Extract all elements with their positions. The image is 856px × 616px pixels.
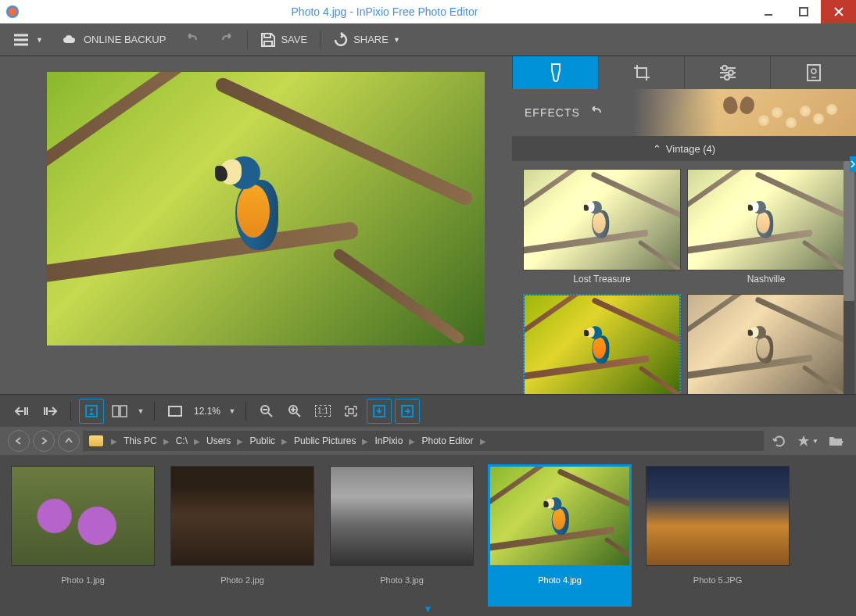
effect-lost-treasure[interactable]: Lost Treasure <box>523 169 681 288</box>
svg-rect-27 <box>349 409 353 414</box>
close-button[interactable] <box>821 0 856 23</box>
film-label: Photo 1.jpg <box>11 566 155 585</box>
tab-effects[interactable] <box>512 56 598 89</box>
online-backup-button[interactable]: ONLINE BACKUP <box>56 30 172 49</box>
redo-button[interactable] <box>213 30 241 49</box>
nav-up-button[interactable] <box>58 430 80 452</box>
filmstrip-item[interactable]: Photo 2.jpg <box>170 466 314 605</box>
effect-sepia[interactable]: Sepia <box>687 294 845 394</box>
film-label: Photo 2.jpg <box>170 566 314 585</box>
svg-rect-19 <box>169 406 181 416</box>
undo-button[interactable] <box>178 30 206 49</box>
svg-point-14 <box>811 69 816 73</box>
filmstrip: Photo 1.jpgPhoto 2.jpgPhoto 3.jpgPhoto 4… <box>0 455 856 616</box>
svg-line-21 <box>268 413 272 417</box>
svg-rect-1 <box>800 8 808 16</box>
effect-nashville[interactable]: Nashville <box>687 169 845 288</box>
zoom-out-button[interactable] <box>254 399 279 424</box>
open-folder-button[interactable] <box>823 428 848 453</box>
breadcrumb-path[interactable]: ▶ This PC▶C:\▶Users▶Public▶Public Pictur… <box>83 431 764 451</box>
breadcrumb-segment[interactable]: Photo Editor <box>418 435 476 446</box>
film-thumb <box>646 466 790 566</box>
breadcrumb-segment[interactable]: This PC <box>120 435 160 446</box>
breadcrumb-arrow: ▶ <box>162 437 171 446</box>
tab-adjust[interactable] <box>684 56 770 89</box>
save-label: SAVE <box>281 34 307 45</box>
filmstrip-item[interactable]: Photo 3.jpg <box>330 466 474 605</box>
refresh-button[interactable] <box>767 428 792 453</box>
film-label: Photo 4.jpg <box>489 566 630 585</box>
effect-past[interactable]: Past <box>523 294 681 394</box>
zoom-dropdown[interactable]: ▼ <box>227 399 238 424</box>
breadcrumb-arrow: ▶ <box>407 437 417 446</box>
view-compare-dropdown[interactable]: ▼ <box>135 399 146 424</box>
breadcrumb-arrow: ▶ <box>235 437 245 446</box>
nav-back-button[interactable] <box>8 430 30 452</box>
breadcrumb-segment[interactable]: InPixio <box>371 435 406 446</box>
effect-thumb <box>523 294 681 394</box>
film-thumb <box>330 466 474 566</box>
cloud-icon <box>62 34 79 46</box>
canvas-viewport[interactable] <box>0 56 512 394</box>
zoom-actual-button[interactable]: 1:1 <box>310 399 335 424</box>
share-button[interactable]: SHARE ▼ <box>327 29 407 51</box>
svg-line-24 <box>296 413 300 417</box>
filmstrip-collapse-icon[interactable]: ▼ <box>424 603 433 614</box>
app-icon <box>6 5 19 18</box>
filmstrip-item[interactable]: Photo 4.jpg <box>488 464 632 607</box>
canvas-area <box>0 56 512 394</box>
svg-rect-17 <box>113 406 119 417</box>
backup-label: ONLINE BACKUP <box>84 34 166 45</box>
film-thumb <box>11 466 155 566</box>
effect-label: Nashville <box>687 270 845 288</box>
effect-thumb <box>687 294 845 394</box>
minimize-button[interactable] <box>750 0 786 23</box>
effect-label: Lost Treasure <box>523 270 681 288</box>
breadcrumb-segment[interactable]: Public Pictures <box>291 435 359 446</box>
share-icon <box>333 32 349 48</box>
breadcrumb-arrow: ▶ <box>478 437 488 446</box>
effects-title: EFFECTS <box>525 106 580 119</box>
effects-header: EFFECTS <box>512 89 856 136</box>
next-image-button[interactable] <box>38 399 63 424</box>
favorites-button[interactable]: ▼ <box>795 428 820 453</box>
prev-image-button[interactable] <box>9 399 34 424</box>
folder-icon <box>89 435 103 446</box>
breadcrumb-arrow: ▶ <box>192 437 202 446</box>
butterfly-decoration <box>723 97 754 122</box>
breadcrumb-segment[interactable]: C:\ <box>173 435 191 446</box>
filmstrip-item[interactable]: Photo 5.JPG <box>646 466 790 605</box>
tab-frames[interactable] <box>770 56 856 89</box>
scrollbar-thumb[interactable] <box>843 161 854 301</box>
zoom-fit-button[interactable] <box>338 399 364 424</box>
save-button[interactable]: SAVE <box>254 29 313 51</box>
filmstrip-item[interactable]: Photo 1.jpg <box>11 466 155 605</box>
maximize-button[interactable] <box>786 0 821 23</box>
save-icon <box>260 32 276 48</box>
main-image <box>47 72 485 346</box>
view-compare-button[interactable] <box>107 399 132 424</box>
panel-expand-handle[interactable] <box>850 156 856 172</box>
fit-screen-button[interactable] <box>163 399 188 424</box>
effects-reset-icon[interactable] <box>589 106 603 119</box>
category-label: Vintage (4) <box>666 143 715 155</box>
view-single-button[interactable] <box>79 399 104 424</box>
zoom-in-button[interactable] <box>282 399 307 424</box>
breadcrumb-segment[interactable]: Users <box>203 435 234 446</box>
chevron-up-icon: ⌃ <box>653 143 661 155</box>
effects-category-header[interactable]: ⌃ Vintage (4) <box>512 136 856 161</box>
breadcrumb-arrow: ▶ <box>360 437 370 446</box>
svg-rect-13 <box>808 65 820 81</box>
right-panel: EFFECTS ⌃ Vintage (4) Lost TreasureNashv… <box>512 56 856 394</box>
effect-thumb <box>523 169 681 270</box>
share-label: SHARE <box>353 34 389 45</box>
breadcrumb-arrow: ▶ <box>280 437 289 446</box>
breadcrumb-segment[interactable]: Public <box>246 435 278 446</box>
import-button[interactable] <box>367 399 392 424</box>
menu-button[interactable]: ▼ <box>8 30 49 50</box>
zoom-value: 12.1% <box>191 406 224 417</box>
export-button[interactable] <box>395 399 420 424</box>
nav-forward-button[interactable] <box>33 430 55 452</box>
tab-crop[interactable] <box>598 56 684 89</box>
main-toolbar: ▼ ONLINE BACKUP SAVE SHARE ▼ <box>0 23 856 56</box>
